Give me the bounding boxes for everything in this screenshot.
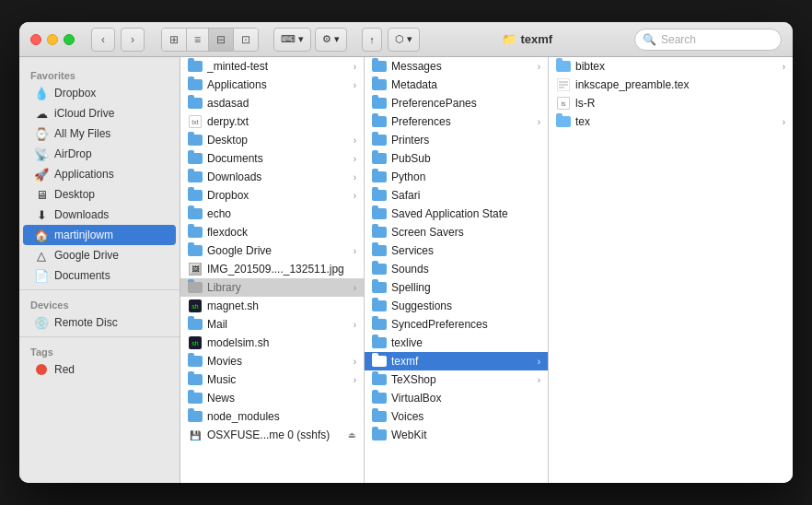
close-button[interactable] [30,34,41,45]
list-item[interactable]: SyncedPreferences [365,315,548,334]
list-item[interactable]: node_modules [180,407,364,426]
view-column-button[interactable]: ⊟ [209,29,234,51]
share-button[interactable]: ↑ [362,28,382,52]
forward-button[interactable]: › [121,28,145,52]
list-item[interactable]: Printers [365,131,548,149]
sidebar-item-googledrive[interactable]: △ Google Drive [23,245,176,265]
sidebar-item-downloads[interactable]: ⬇ Downloads [23,205,176,225]
search-box[interactable]: 🔍 Search [634,29,782,51]
list-item[interactable]: Music › [180,370,364,389]
file-name: Spelling [391,281,540,294]
list-item[interactable]: echo [180,205,364,223]
list-item[interactable]: Applications › [180,76,364,94]
list-item[interactable]: Preferences › [365,112,548,131]
file-name: Desktop [207,134,349,147]
list-item[interactable]: Mail › [180,315,364,334]
main-content: Favorites 💧 Dropbox ☁ iCloud Drive ⌚ All… [19,57,793,483]
path-button[interactable]: ⌨ ▾ [273,28,311,52]
folder-icon [556,115,571,128]
sidebar-item-desktop[interactable]: 🖥 Desktop [23,184,176,205]
list-item[interactable]: Screen Savers [365,223,548,241]
sidebar-item-label: Google Drive [54,249,119,262]
file-name: texlive [391,336,540,349]
back-button[interactable]: ‹ [91,28,115,52]
sidebar-item-airdrop[interactable]: 📡 AirDrop [23,144,176,164]
sidebar-item-tag-red[interactable]: Red [23,359,176,380]
folder-icon [372,189,387,202]
sidebar-item-allmyfiles[interactable]: ⌚ All My Files [23,123,176,144]
file-name: Preferences [391,115,533,128]
sidebar-item-home[interactable]: 🏠 martinjlowm [23,225,176,245]
list-item[interactable]: inkscape_preamble.tex [549,76,793,94]
documents-icon: 📄 [34,268,49,283]
list-item[interactable]: Sounds [365,260,548,278]
list-item[interactable]: WebKit [365,426,548,444]
script-icon: sh [188,299,203,312]
sidebar-item-icloud[interactable]: ☁ iCloud Drive [23,103,176,123]
list-item[interactable]: Dropbox › [180,186,364,205]
file-name: Suggestions [391,299,540,312]
list-item[interactable]: _minted-test › [180,57,364,76]
pane-texmf: bibtex › inkscape_preamble.tex ls ls-R [549,57,793,483]
sidebar-item-label: Downloads [54,208,109,221]
folder-icon [556,60,571,73]
list-item[interactable]: Services [365,241,548,260]
folder-icon-selected [372,355,387,368]
file-name: node_modules [207,410,356,423]
list-item[interactable]: Suggestions [365,297,548,315]
desktop-icon: 🖥 [34,187,49,202]
sidebar-item-dropbox[interactable]: 💧 Dropbox [23,83,176,103]
list-item[interactable]: flexdock [180,223,364,241]
arrow-icon: › [783,117,785,127]
list-item[interactable]: Safari [365,186,548,205]
file-name: inkscape_preamble.tex [575,78,785,91]
list-item[interactable]: Saved Application State [365,205,548,223]
list-item[interactable]: Downloads › [180,168,364,186]
list-item[interactable]: VirtualBox [365,389,548,407]
folder-icon [188,373,203,386]
tag-button[interactable]: ⬡ ▾ [388,28,420,52]
list-item[interactable]: PubSub [365,149,548,168]
list-item[interactable]: sh modelsim.sh [180,334,364,352]
list-item[interactable]: 💾 OSXFUSE...me 0 (sshfs) ⏏ [180,426,364,444]
file-name: Messages [391,60,533,73]
list-item[interactable]: TeXShop › [365,370,548,389]
list-item[interactable]: 🖼 IMG_201509...._132511.jpg [180,260,364,278]
file-name: PreferencePanes [391,97,540,110]
file-name: Documents [207,152,349,165]
view-switcher: ⊞ ≡ ⊟ ⊡ [161,28,259,52]
list-item[interactable]: sh magnet.sh [180,297,364,315]
view-list-button[interactable]: ≡ [187,29,209,51]
list-item[interactable]: texlive [365,334,548,352]
list-item[interactable]: Documents › [180,149,364,168]
eject-icon[interactable]: ⏏ [348,430,356,440]
downloads-icon: ⬇ [34,207,49,222]
maximize-button[interactable] [64,34,75,45]
list-item[interactable]: tex › [549,112,793,131]
list-item[interactable]: Python [365,168,548,186]
list-item[interactable]: asdasad [180,94,364,112]
sidebar-item-applications[interactable]: 🚀 Applications [23,164,176,184]
list-item[interactable]: txt derpy.txt [180,112,364,131]
view-cover-button[interactable]: ⊡ [234,29,258,51]
list-item[interactable]: Metadata [365,76,548,94]
list-item[interactable]: Voices [365,407,548,426]
list-item[interactable]: Google Drive › [180,241,364,260]
action-button[interactable]: ⚙ ▾ [315,28,347,52]
list-item[interactable]: Spelling [365,278,548,297]
arrow-icon: › [354,135,356,146]
list-item[interactable]: Messages › [365,57,548,76]
file-name: OSXFUSE...me 0 (sshfs) [207,429,343,441]
list-item[interactable]: bibtex › [549,57,793,76]
list-item[interactable]: PreferencePanes [365,94,548,112]
list-item[interactable]: Movies › [180,352,364,370]
sidebar-item-documents[interactable]: 📄 Documents [23,265,176,286]
sidebar-item-remotedisc[interactable]: 💿 Remote Disc [23,312,176,333]
minimize-button[interactable] [47,34,58,45]
list-item[interactable]: Desktop › [180,131,364,149]
list-item[interactable]: ls ls-R [549,94,793,112]
view-icon-button[interactable]: ⊞ [162,29,187,51]
texmf-item[interactable]: texmf › [365,352,548,370]
library-item[interactable]: Library › [180,278,364,297]
list-item[interactable]: News [180,389,364,407]
